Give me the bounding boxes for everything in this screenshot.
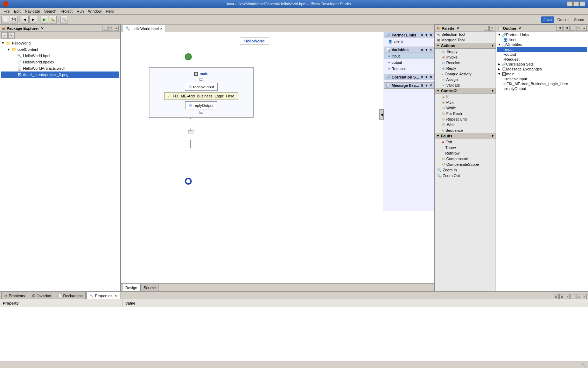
javadoc-tab[interactable]: @ Javadoc <box>29 292 54 299</box>
properties-tab-close[interactable]: ✕ <box>114 294 117 298</box>
menu-search[interactable]: Search <box>42 8 58 14</box>
palette-if[interactable]: ◈ If <box>435 94 496 100</box>
palette-compensatescope[interactable]: ↺ CompensateScope <box>435 162 496 167</box>
msg-add-icon[interactable]: ⊕ <box>421 84 424 87</box>
outline-partner-links[interactable]: ▼ 🔗 Partner Links <box>497 32 587 37</box>
pl-add-icon[interactable]: ⊕ <box>421 33 424 37</box>
palette-assign[interactable]: ✓ Assign <box>435 77 496 82</box>
outline-minimize-btn[interactable]: _ <box>570 26 575 31</box>
palette-exit[interactable]: ■ Exit <box>435 139 496 145</box>
outline-receive-input[interactable]: ⊙ receiveInput <box>497 76 587 81</box>
outline-maximize-btn[interactable]: □ <box>576 26 581 31</box>
outline-btn1[interactable]: ⊟ <box>556 26 563 31</box>
menu-navigate[interactable]: Navigate <box>23 8 42 14</box>
corr-add-icon[interactable]: ⊕ <box>421 75 424 79</box>
save-button[interactable]: 💾 <box>10 16 18 23</box>
close-tab-icon[interactable]: ✕ <box>160 27 163 30</box>
outline-btn2[interactable]: ⊞ <box>564 26 570 31</box>
close-panel-btn[interactable]: × <box>114 26 119 31</box>
palette-invoke[interactable]: ⊛ Invoke <box>435 54 496 60</box>
bottom-maximize[interactable]: □ <box>576 294 581 299</box>
palette-receive[interactable]: ⊙ Receive <box>435 60 496 66</box>
bottom-btn1[interactable]: ⊟ <box>554 294 559 299</box>
palette-rethrow[interactable]: ↑ Rethrow <box>435 150 496 156</box>
palette-opaque[interactable]: ▪ Opaque Activity <box>435 71 496 77</box>
outline-client[interactable]: 👤 client <box>497 37 587 42</box>
palette-repeatuntil[interactable]: ↻ Repeat Until <box>435 116 496 122</box>
faults-menu-icon[interactable]: ▼ <box>491 134 494 138</box>
tree-item-helloworld[interactable]: ▼ 📁 HelloWorld <box>1 40 119 46</box>
bottom-minimize[interactable]: _ <box>570 294 575 299</box>
outline-var-output[interactable]: ● output <box>497 52 587 57</box>
collapse-all-btn[interactable]: ≡ <box>1 32 8 39</box>
outline-reply-output[interactable]: ⊙ replyOutput <box>497 86 587 91</box>
bottom-btn2[interactable]: ⊞ <box>559 294 564 299</box>
fixme-activity[interactable]: ▭ FIX_ME-Add_Business_Logic_Here <box>164 92 238 100</box>
menu-window[interactable]: Window <box>86 8 104 14</box>
pl-close-icon[interactable]: ✕ <box>429 33 432 37</box>
var-add-icon[interactable]: ⊕ <box>421 48 424 52</box>
palette-throw[interactable]: ↑ Throw <box>435 145 496 150</box>
palette-zoomout[interactable]: 🔍 Zoom Out <box>435 173 496 178</box>
palette-zoomin[interactable]: 🔍 Zoom In <box>435 167 496 173</box>
outline-fixme[interactable]: ▭ FIX_ME-Add_Business_Logic_Here <box>497 81 587 86</box>
close-button[interactable]: × <box>580 1 585 6</box>
tree-item-bpel[interactable]: 🔧 HelloWorld.bpel <box>1 53 119 59</box>
palette-while[interactable]: ↻ While <box>435 105 496 111</box>
outline-msg-exc[interactable]: ▶ 💬 Message Exchanges <box>497 67 587 71</box>
actions-section-header[interactable]: ▼ Actions ▼ <box>435 43 496 49</box>
outline-var-input[interactable]: ● input <box>497 47 587 52</box>
menu-file[interactable]: File <box>1 8 12 14</box>
bottom-close[interactable]: × <box>582 294 587 299</box>
palette-validate[interactable]: ✓ Validate <box>435 82 496 88</box>
palette-empty[interactable]: ▭ Empty <box>435 49 496 54</box>
bottom-btn3[interactable]: ↗ <box>565 294 570 299</box>
palette-wait[interactable]: ⏱ Wait <box>435 122 496 128</box>
palette-reply[interactable]: ⊙ Reply <box>435 66 496 71</box>
collapse-btn-top[interactable]: — <box>199 79 203 81</box>
palette-compensate[interactable]: ↺ Compensate <box>435 156 496 162</box>
pl-menu-icon[interactable]: ▼ <box>425 33 428 37</box>
back-button[interactable]: ◀ <box>21 16 29 23</box>
palette-minimize-btn[interactable]: _ <box>484 26 489 31</box>
maximize-button[interactable]: □ <box>573 1 579 6</box>
tree-item-bpelcontent[interactable]: ▼ 📁 bpelContent <box>1 46 119 53</box>
tree-item-wsdl[interactable]: 📋 HelloWorldArtifacts.wsdl <box>1 65 119 71</box>
outline-var-request[interactable]: ● Request <box>497 57 587 62</box>
corr-close-icon[interactable]: ✕ <box>429 75 432 79</box>
corr-menu-icon[interactable]: ▼ <box>425 75 428 79</box>
control2-section-header[interactable]: ▼ Control2 ▼ <box>435 88 496 94</box>
var-menu-icon[interactable]: ▼ <box>425 48 428 52</box>
design-tab[interactable]: Design <box>122 284 140 291</box>
menu-help[interactable]: Help <box>104 8 116 14</box>
menu-edit[interactable]: Edit <box>12 8 23 14</box>
reply-output-activity[interactable]: ⊙ replyOutput <box>185 101 217 109</box>
palette-maximize-btn[interactable]: □ <box>489 26 494 31</box>
outline-main[interactable]: ▼ 🔲 main <box>497 71 587 76</box>
outline-corr-sets[interactable]: ▶ 🔗 Correlation Sets <box>497 62 587 67</box>
receive-input-activity[interactable]: ⊙ receiveInput <box>185 83 218 91</box>
problems-tab[interactable]: ⚠ Problems <box>1 292 28 299</box>
minimize-panel-btn[interactable]: _ <box>103 26 107 31</box>
palette-marquee-tool[interactable]: ⊞ Marquee Tool <box>435 37 496 43</box>
editor-tab-bpel[interactable]: 🔧 HelloWorld.bpel ✕ <box>122 25 166 32</box>
declaration-tab[interactable]: 📄 Declaration <box>55 292 86 299</box>
collapse-btn-bottom[interactable]: — <box>199 111 203 114</box>
bpel-main-sequence[interactable]: 🔲 main — ⊙ receiveInput <box>149 67 254 118</box>
palette-selection-tool[interactable]: ↖ Selection Tool <box>435 32 496 37</box>
run-button[interactable]: ▶ <box>41 16 48 23</box>
perspective-seam[interactable]: Seam <box>572 16 587 23</box>
bpel-diagram[interactable]: 🔲 main — ⊙ receiveInput <box>121 32 434 291</box>
perspective-drools[interactable]: Drools <box>555 16 571 23</box>
outline-variables[interactable]: ▼ 📊 Variables <box>497 42 587 47</box>
properties-tab[interactable]: 🔧 Properties ✕ <box>86 292 120 299</box>
var-input-item[interactable]: ● input <box>384 53 434 59</box>
canvas-splitter[interactable]: ◀ <box>379 109 384 120</box>
maximize-panel-btn[interactable]: □ <box>108 26 113 31</box>
minimize-button[interactable]: _ <box>567 1 573 6</box>
perspective-java[interactable]: Java <box>541 16 554 23</box>
faults-section-header[interactable]: ▼ Faults ▼ <box>435 133 496 139</box>
palette-sequence[interactable]: ≡ Sequence <box>435 128 496 133</box>
var-close-icon[interactable]: ✕ <box>429 48 432 52</box>
tree-item-bpelex[interactable]: 📄 HelloWorld.bpelex <box>1 59 119 65</box>
